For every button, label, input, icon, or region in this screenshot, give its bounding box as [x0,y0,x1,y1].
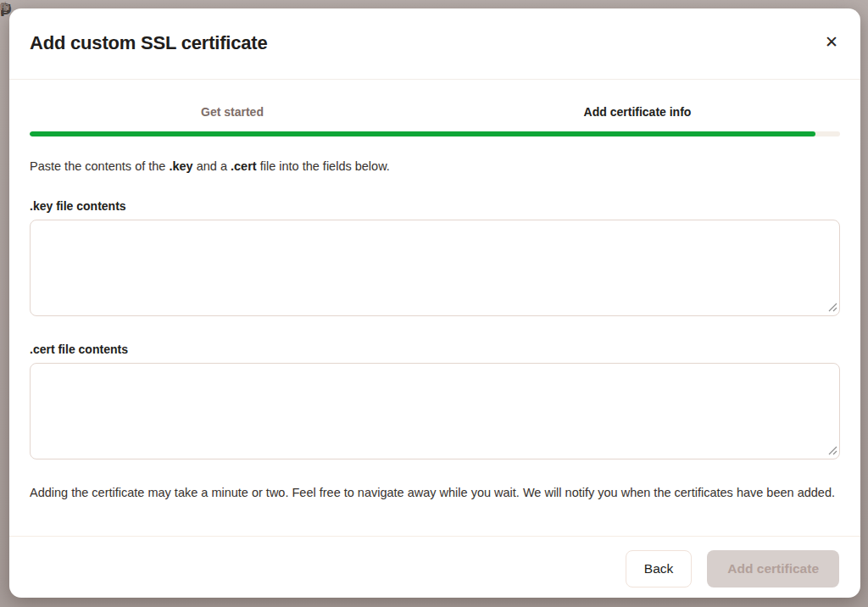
background-text-fragment: A [0,0,8,13]
step-add-certificate-info[interactable]: Add certificate info [435,105,840,119]
intro-key-ext: .key [169,159,192,173]
background-text-fragment: c [0,0,6,14]
close-icon: ✕ [825,33,838,51]
background-text-fragment: fr [0,0,7,13]
intro-text-part: Paste the contents of the [30,159,169,173]
dialog-body: Get started Add certificate info Paste t… [9,80,860,536]
intro-text-part: and a [193,159,231,173]
add-certificate-button[interactable]: Add certificate [707,550,839,588]
wait-note: Adding the certificate may take a minute… [30,483,840,503]
cert-file-field-wrap [30,363,840,459]
close-button[interactable]: ✕ [825,34,838,50]
dialog-footer: Back Add certificate [9,536,860,598]
cert-file-textarea[interactable] [30,363,840,459]
key-file-field-wrap [30,220,840,316]
key-file-textarea[interactable] [30,220,840,316]
dialog-title: Add custom SSL certificate [30,32,840,54]
intro-text-part: file into the fields below. [257,159,390,173]
background-text-fragment: re [0,0,10,13]
background-text-fragment: s [0,0,7,14]
intro-cert-ext: .cert [231,159,257,173]
wizard-progress-fill [30,131,815,136]
wizard-progress-bar [30,131,840,136]
dialog-header: Add custom SSL certificate ✕ [9,8,860,80]
wizard-steps: Get started Add certificate info [30,105,840,119]
add-ssl-certificate-dialog: Add custom SSL certificate ✕ Get started… [9,8,860,598]
step-get-started[interactable]: Get started [30,105,435,119]
cert-file-label: .cert file contents [30,342,840,356]
background-text-fragment: w [0,0,8,14]
key-file-label: .key file contents [30,199,840,213]
back-button[interactable]: Back [626,550,692,588]
background-text-fragment: d [0,0,7,14]
intro-text: Paste the contents of the .key and a .ce… [30,159,840,173]
